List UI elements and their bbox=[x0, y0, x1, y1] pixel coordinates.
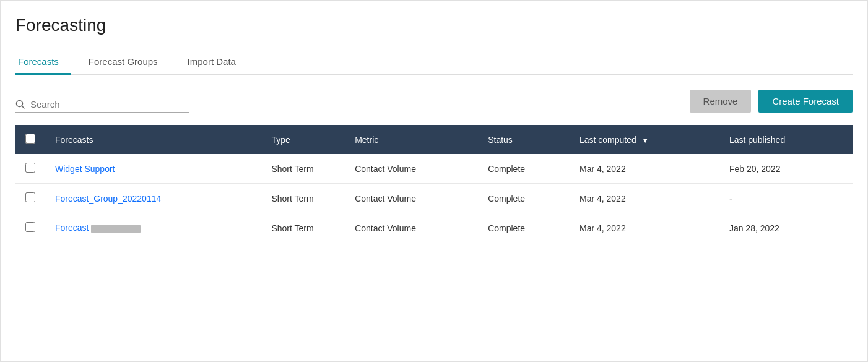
select-all-checkbox[interactable] bbox=[25, 134, 35, 144]
header-last-published: Last published bbox=[719, 125, 853, 154]
remove-button[interactable]: Remove bbox=[690, 90, 752, 113]
row-type: Short Term bbox=[261, 213, 345, 243]
header-type: Type bbox=[261, 125, 345, 154]
row-metric: Contact Volume bbox=[345, 213, 478, 243]
row-checkbox-col bbox=[15, 213, 45, 243]
toolbar-buttons: Remove Create Forecast bbox=[690, 90, 853, 113]
row-status: Complete bbox=[478, 213, 570, 243]
sort-desc-icon: ▼ bbox=[642, 137, 649, 144]
row-forecast-name: Widget Support bbox=[45, 154, 261, 184]
row-checkbox-col bbox=[15, 184, 45, 213]
row-last-computed: Mar 4, 2022 bbox=[570, 154, 719, 184]
row-type: Short Term bbox=[261, 184, 345, 213]
row-last-computed: Mar 4, 2022 bbox=[570, 213, 719, 243]
table-header-row: Forecasts Type Metric Status Last comput… bbox=[15, 125, 853, 154]
row-checkbox-2[interactable] bbox=[25, 192, 35, 202]
row-last-computed: Mar 4, 2022 bbox=[570, 184, 719, 213]
table-row: Widget SupportShort TermContact VolumeCo… bbox=[15, 154, 853, 184]
page-container: Forecasting Forecasts Forecast Groups Im… bbox=[0, 0, 868, 362]
tab-forecasts[interactable]: Forecasts bbox=[15, 50, 71, 75]
row-type: Short Term bbox=[261, 154, 345, 184]
row-forecast-name: Forecast bbox=[45, 213, 261, 243]
search-container bbox=[15, 99, 189, 113]
tab-import-data[interactable]: Import Data bbox=[185, 50, 248, 75]
forecast-link[interactable]: Widget Support bbox=[55, 164, 115, 174]
row-last-published: Feb 20, 2022 bbox=[719, 154, 853, 184]
row-checkbox-col bbox=[15, 154, 45, 184]
forecasts-table: Forecasts Type Metric Status Last comput… bbox=[15, 125, 853, 243]
toolbar: Remove Create Forecast bbox=[15, 90, 853, 113]
tabs-bar: Forecasts Forecast Groups Import Data bbox=[15, 50, 853, 75]
table-row: ForecastShort TermContact VolumeComplete… bbox=[15, 213, 853, 243]
row-metric: Contact Volume bbox=[345, 154, 478, 184]
header-checkbox-col bbox=[15, 125, 45, 154]
redacted-text bbox=[91, 225, 141, 233]
table-row: Forecast_Group_20220114Short TermContact… bbox=[15, 184, 853, 213]
page-title: Forecasting bbox=[15, 15, 853, 35]
row-status: Complete bbox=[478, 154, 570, 184]
row-checkbox-1[interactable] bbox=[25, 163, 35, 173]
header-metric: Metric bbox=[345, 125, 478, 154]
search-icon bbox=[15, 100, 25, 110]
svg-line-1 bbox=[22, 106, 24, 108]
row-forecast-name: Forecast_Group_20220114 bbox=[45, 184, 261, 213]
header-status: Status bbox=[478, 125, 570, 154]
search-input[interactable] bbox=[30, 99, 189, 110]
tab-forecast-groups[interactable]: Forecast Groups bbox=[86, 50, 170, 75]
header-last-computed[interactable]: Last computed ▼ bbox=[570, 125, 719, 154]
row-metric: Contact Volume bbox=[345, 184, 478, 213]
forecast-link[interactable]: Forecast bbox=[55, 223, 89, 233]
row-checkbox-3[interactable] bbox=[25, 222, 35, 232]
row-last-published: Jan 28, 2022 bbox=[719, 213, 853, 243]
create-forecast-button[interactable]: Create Forecast bbox=[758, 90, 853, 113]
forecast-link[interactable]: Forecast_Group_20220114 bbox=[55, 194, 161, 204]
row-status: Complete bbox=[478, 184, 570, 213]
header-forecasts: Forecasts bbox=[45, 125, 261, 154]
row-last-published: - bbox=[719, 184, 853, 213]
